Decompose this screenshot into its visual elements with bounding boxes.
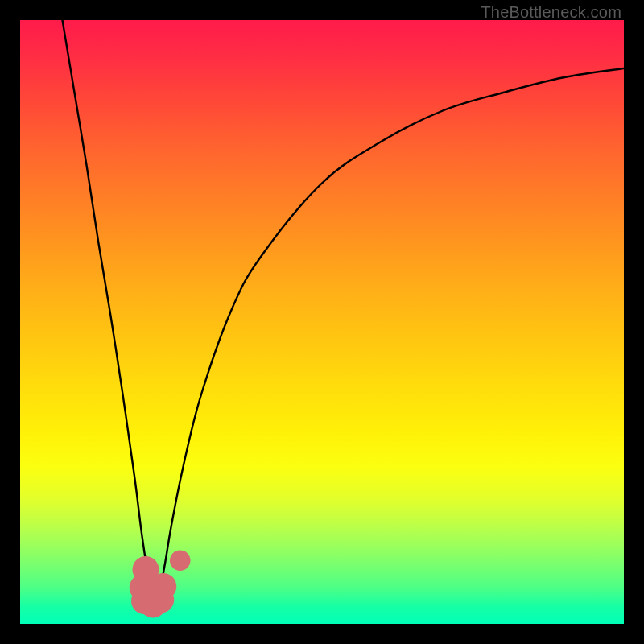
- curve-right-branch: [153, 68, 624, 606]
- annotation-markers: [130, 551, 191, 618]
- watermark-label: TheBottleneck.com: [481, 3, 621, 22]
- curve-left-branch: [63, 20, 154, 606]
- chart-frame: TheBottleneck.com: [0, 0, 644, 644]
- curves-svg: [20, 20, 624, 624]
- annotation-marker: [170, 551, 191, 572]
- plot-area: [20, 20, 624, 624]
- bottleneck-curve: [63, 20, 625, 606]
- annotation-marker: [150, 573, 176, 600]
